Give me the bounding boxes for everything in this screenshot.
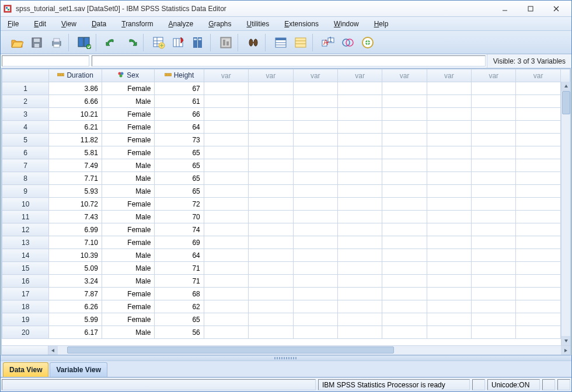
cell-empty[interactable]	[337, 108, 382, 121]
cell-height[interactable]: 66	[155, 108, 204, 121]
cell-empty[interactable]	[516, 134, 560, 146]
run-descriptives-icon[interactable]	[218, 34, 234, 51]
cell-empty[interactable]	[427, 223, 471, 236]
split-file-icon[interactable]	[273, 34, 289, 51]
cell-empty[interactable]	[516, 108, 560, 121]
cell-duration[interactable]: 7.71	[49, 172, 102, 185]
save-icon[interactable]	[29, 34, 45, 51]
cell-empty[interactable]	[293, 172, 337, 185]
cell-height[interactable]: 71	[155, 275, 204, 288]
cell-empty[interactable]	[516, 159, 560, 172]
cell-height[interactable]: 65	[155, 146, 204, 159]
goto-variable-icon[interactable]	[170, 34, 187, 51]
cell-empty[interactable]	[293, 275, 337, 288]
cell-empty[interactable]	[472, 121, 516, 134]
cell-empty[interactable]	[427, 326, 471, 339]
cell-sex[interactable]: Male	[102, 185, 154, 198]
cell-empty[interactable]	[293, 95, 337, 108]
menu-data[interactable]: Data	[88, 19, 110, 29]
cell-empty[interactable]	[472, 262, 516, 275]
menu-transform[interactable]: Transform	[118, 19, 156, 29]
cell-height[interactable]: 61	[155, 95, 204, 108]
cell-empty[interactable]	[472, 249, 516, 262]
cell-sex[interactable]: Male	[102, 249, 154, 262]
cell-empty[interactable]	[382, 236, 427, 249]
cell-empty[interactable]	[472, 134, 516, 146]
cell-duration[interactable]: 11.82	[49, 134, 102, 146]
pane-splitter[interactable]	[1, 355, 571, 361]
cell-empty[interactable]	[249, 262, 293, 275]
cell-empty[interactable]	[204, 223, 248, 236]
cell-empty[interactable]	[204, 172, 248, 185]
cell-empty[interactable]	[293, 300, 337, 313]
cell-empty[interactable]	[337, 95, 382, 108]
cell-reference-input[interactable]	[2, 55, 89, 66]
cell-empty[interactable]	[427, 249, 471, 262]
row-header[interactable]: 16	[2, 275, 49, 288]
cell-empty[interactable]	[249, 82, 293, 95]
cell-height[interactable]: 64	[155, 249, 204, 262]
cell-duration[interactable]: 3.24	[49, 275, 102, 288]
row-header[interactable]: 20	[2, 326, 49, 339]
cell-empty[interactable]	[249, 198, 293, 211]
row-header[interactable]: 15	[2, 262, 49, 275]
cell-empty[interactable]	[382, 313, 427, 326]
cell-sex[interactable]: Female	[102, 134, 154, 146]
cell-empty[interactable]	[427, 262, 471, 275]
cell-empty[interactable]	[337, 211, 382, 223]
row-header[interactable]: 11	[2, 211, 49, 223]
cell-empty[interactable]	[249, 288, 293, 300]
cell-empty[interactable]	[382, 108, 427, 121]
cell-duration[interactable]: 5.99	[49, 313, 102, 326]
cell-empty[interactable]	[293, 262, 337, 275]
cell-empty[interactable]	[293, 326, 337, 339]
cell-empty[interactable]	[516, 288, 560, 300]
cell-empty[interactable]	[337, 313, 382, 326]
cell-duration[interactable]: 6.17	[49, 326, 102, 339]
row-header[interactable]: 14	[2, 249, 49, 262]
cell-duration[interactable]: 5.93	[49, 185, 102, 198]
cell-sex[interactable]: Female	[102, 198, 154, 211]
cell-empty[interactable]	[382, 275, 427, 288]
cell-height[interactable]: 69	[155, 236, 204, 249]
cell-empty[interactable]	[472, 223, 516, 236]
cell-empty[interactable]	[249, 249, 293, 262]
cell-empty[interactable]	[382, 159, 427, 172]
cell-empty[interactable]	[337, 172, 382, 185]
cell-empty[interactable]	[427, 275, 471, 288]
cell-sex[interactable]: Female	[102, 223, 154, 236]
row-header[interactable]: 17	[2, 288, 49, 300]
cell-empty[interactable]	[249, 223, 293, 236]
cell-sex[interactable]: Female	[102, 300, 154, 313]
scroll-down-icon[interactable]	[561, 336, 570, 345]
cell-empty[interactable]	[382, 82, 427, 95]
cell-empty[interactable]	[293, 223, 337, 236]
cell-sex[interactable]: Female	[102, 82, 154, 95]
row-header[interactable]: 18	[2, 300, 49, 313]
column-header-empty[interactable]: var	[204, 69, 248, 82]
cell-empty[interactable]	[472, 95, 516, 108]
weight-cases-icon[interactable]	[292, 34, 309, 51]
cell-empty[interactable]	[382, 249, 427, 262]
cell-empty[interactable]	[249, 121, 293, 134]
cell-height[interactable]: 65	[155, 185, 204, 198]
cell-empty[interactable]	[337, 134, 382, 146]
value-labels-icon[interactable]: A1	[320, 34, 336, 51]
cell-height[interactable]: 56	[155, 326, 204, 339]
cell-empty[interactable]	[382, 300, 427, 313]
cell-sex[interactable]: Male	[102, 211, 154, 223]
cell-duration[interactable]: 5.09	[49, 262, 102, 275]
cell-empty[interactable]	[382, 172, 427, 185]
scroll-thumb[interactable]	[562, 91, 570, 114]
cell-duration[interactable]: 6.66	[49, 95, 102, 108]
cell-empty[interactable]	[293, 82, 337, 95]
cell-empty[interactable]	[249, 185, 293, 198]
cell-empty[interactable]	[427, 313, 471, 326]
cell-empty[interactable]	[204, 82, 248, 95]
cell-empty[interactable]	[472, 313, 516, 326]
cell-sex[interactable]: Male	[102, 326, 154, 339]
column-header-empty[interactable]: var	[472, 69, 516, 82]
cell-empty[interactable]	[427, 121, 471, 134]
tab-variable-view[interactable]: Variable View	[50, 362, 107, 377]
cell-empty[interactable]	[204, 159, 248, 172]
